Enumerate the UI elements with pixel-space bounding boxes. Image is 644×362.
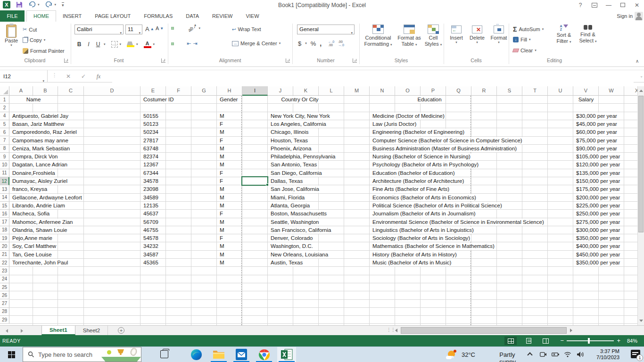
- format-painter-button[interactable]: Format Painter: [23, 48, 65, 54]
- row-header-12[interactable]: 12: [0, 177, 9, 185]
- formula-input[interactable]: [112, 70, 634, 82]
- row-header-28[interactable]: 28: [0, 308, 9, 316]
- row-header-5[interactable]: 5: [0, 120, 9, 128]
- cell[interactable]: 82374: [142, 153, 159, 160]
- vertical-scrollbar[interactable]: [637, 86, 644, 325]
- cell[interactable]: M: [219, 113, 225, 120]
- row-header-20[interactable]: 20: [0, 242, 9, 250]
- scroll-left-icon[interactable]: [395, 329, 397, 332]
- row-header-22[interactable]: 22: [0, 259, 9, 267]
- ribbon-display-options-button[interactable]: [587, 0, 602, 10]
- cell[interactable]: M: [219, 161, 225, 168]
- cell[interactable]: 56709: [142, 219, 159, 226]
- cell[interactable]: Gellacone, Ardwayne Leofort: [11, 194, 83, 201]
- cell[interactable]: $105,000 per year: [575, 153, 621, 160]
- weather-temp[interactable]: 32°C: [462, 351, 475, 358]
- row-header-19[interactable]: 19: [0, 234, 9, 242]
- tab-formulas[interactable]: FORMULAS: [137, 10, 179, 22]
- cell[interactable]: Computer Science (Bachelor of Science in…: [372, 137, 523, 144]
- tab-review[interactable]: REVIEW: [206, 10, 239, 22]
- zoom-slider-thumb[interactable]: [588, 338, 590, 344]
- weather-icon[interactable]: [447, 350, 456, 359]
- new-sheet-button[interactable]: +: [118, 327, 124, 334]
- find-select-button[interactable]: Find & Select ▾: [577, 25, 599, 44]
- cell[interactable]: Architecture (Bachelor of Architecture): [372, 178, 465, 185]
- format-cells-button[interactable]: ↔ Format▾: [488, 25, 509, 44]
- column-header-I[interactable]: I: [242, 86, 268, 96]
- cut-button[interactable]: ✂Cut: [23, 26, 37, 33]
- number-format-combo[interactable]: General▾: [297, 25, 355, 34]
- row-header-25[interactable]: 25: [0, 283, 9, 291]
- shrink-font-button[interactable]: A▼: [156, 25, 164, 31]
- insert-cells-button[interactable]: ← Insert▾: [447, 25, 466, 44]
- taskbar-excel-icon[interactable]: [277, 347, 296, 362]
- cancel-formula-button[interactable]: ✕: [62, 70, 74, 82]
- volume-icon[interactable]: [577, 351, 585, 359]
- taskbar-chrome-icon[interactable]: [255, 347, 273, 362]
- align-top-button[interactable]: [172, 27, 173, 29]
- fill-button[interactable]: ↓Fill▾: [513, 37, 531, 42]
- row-header-18[interactable]: 18: [0, 226, 9, 234]
- cell[interactable]: 12135: [142, 202, 159, 209]
- cell[interactable]: Camporedondo, Raz Jeriel: [11, 129, 78, 136]
- cell[interactable]: M: [219, 145, 225, 152]
- cell[interactable]: Salary: [578, 96, 595, 103]
- row-header-6[interactable]: 6: [0, 128, 9, 136]
- vertical-scroll-thumb[interactable]: [638, 96, 644, 232]
- column-header-D[interactable]: D: [84, 86, 140, 96]
- meet-now-icon[interactable]: [540, 352, 547, 358]
- sheet-tab-sheet1[interactable]: Sheet1: [41, 326, 75, 335]
- fill-color-button[interactable]: [127, 41, 134, 47]
- orientation-caret-icon[interactable]: ▾: [199, 26, 201, 30]
- taskbar-mail-icon[interactable]: [232, 347, 251, 362]
- font-size-combo[interactable]: 11▾: [125, 25, 142, 34]
- bold-button[interactable]: B: [75, 41, 83, 48]
- row-header-16[interactable]: 16: [0, 210, 9, 218]
- expand-formula-bar-icon[interactable]: ⌄: [640, 74, 643, 78]
- tab-splitter[interactable]: ⋮⋮: [387, 327, 395, 332]
- help-button[interactable]: ?: [573, 0, 587, 10]
- grow-font-button[interactable]: A▲: [145, 25, 154, 33]
- tab-home[interactable]: HOME: [26, 10, 56, 22]
- cell[interactable]: 34232: [142, 243, 159, 250]
- column-header-G[interactable]: G: [191, 86, 217, 96]
- cell[interactable]: M: [219, 219, 225, 226]
- column-header-N[interactable]: N: [370, 86, 395, 96]
- name-box[interactable]: I12▾: [0, 70, 48, 82]
- cell[interactable]: F: [219, 170, 224, 177]
- decrease-decimal-button[interactable]: .00→.0: [338, 40, 344, 47]
- column-header-M[interactable]: M: [344, 86, 370, 96]
- cell[interactable]: Seattle, Washington: [270, 219, 320, 226]
- cell[interactable]: Dumayac, Aisley Zuriel: [11, 178, 68, 185]
- cell[interactable]: Nursing (Bachelor of Science in Nursing): [372, 153, 471, 160]
- row-header-11[interactable]: 11: [0, 169, 9, 177]
- cell[interactable]: M: [219, 202, 225, 209]
- insert-function-button[interactable]: fx: [92, 70, 105, 82]
- column-header-E[interactable]: E: [140, 86, 166, 96]
- cell[interactable]: F: [219, 210, 224, 217]
- cell[interactable]: 34587: [142, 251, 159, 258]
- cell[interactable]: $75,000 per year: [575, 137, 618, 144]
- copy-button[interactable]: Copy▾: [23, 37, 45, 43]
- cell[interactable]: Political Science (Bachelor of Arts in P…: [372, 202, 503, 209]
- cell[interactable]: M: [219, 227, 225, 234]
- row-header-1[interactable]: 1: [0, 96, 9, 104]
- sort-filter-button[interactable]: AZ Sort & Filter ▾: [553, 25, 575, 45]
- task-view-button[interactable]: [160, 350, 168, 358]
- horizontal-scroll-thumb[interactable]: [401, 327, 567, 334]
- decrease-indent-icon[interactable]: ⇤: [187, 41, 191, 47]
- delete-cells-button[interactable]: ✕ Delete▾: [468, 25, 487, 44]
- cell[interactable]: 63748: [142, 145, 159, 152]
- conditional-formatting-button[interactable]: Conditional Formatting ▾: [362, 25, 394, 48]
- row-header-8[interactable]: 8: [0, 145, 9, 153]
- cell[interactable]: Macheca, Sofia: [11, 210, 50, 217]
- cell[interactable]: $150,000 per year: [575, 178, 621, 185]
- row-header-23[interactable]: 23: [0, 267, 9, 275]
- cell[interactable]: San Antonio, Texas: [270, 161, 318, 168]
- page-layout-view-button[interactable]: [522, 337, 535, 345]
- selected-cell-I12[interactable]: [241, 176, 268, 186]
- align-bottom-button[interactable]: [179, 27, 181, 29]
- zoom-out-button[interactable]: −: [560, 338, 564, 344]
- cell[interactable]: 34589: [142, 194, 159, 201]
- cell[interactable]: Atlanta, Georgia: [270, 202, 311, 209]
